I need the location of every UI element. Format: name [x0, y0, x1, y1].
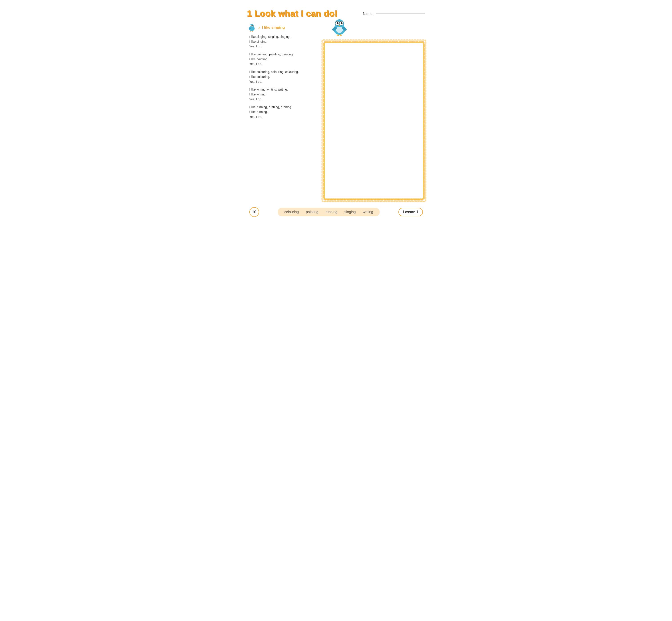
lyric-line: I like running. — [249, 110, 318, 115]
word-bank: colouring painting running singing writi… — [278, 208, 380, 216]
svg-line-8 — [250, 31, 251, 32]
lyric-line: Yes, I do. — [249, 79, 318, 84]
content-row: ♪ I like singing I like singing, singing… — [247, 23, 425, 201]
lyrics: I like singing, singing, singing. I like… — [247, 35, 318, 119]
stanza-4: I like writing, writing, writing. I like… — [249, 87, 318, 102]
lyric-line: Yes, I do. — [249, 115, 318, 120]
word-colouring: colouring — [284, 210, 299, 214]
name-label: Name: — [363, 12, 373, 16]
svg-point-20 — [336, 27, 343, 33]
name-field: Name: — [363, 12, 425, 16]
page-title: 1 Look what I can do! — [247, 9, 338, 18]
word-singing: singing — [344, 210, 356, 214]
crayon-border — [323, 41, 425, 201]
lyric-line: I like painting. — [249, 57, 318, 62]
lyric-line: I like writing. — [249, 92, 318, 97]
bird-small-icon — [247, 23, 256, 32]
lyric-line: I like colouring, colouring, colouring. — [249, 70, 318, 75]
lyric-line: I like singing, singing, singing. — [249, 35, 318, 39]
song-title: I like singing — [262, 25, 285, 30]
song-header: ♪ I like singing — [247, 23, 318, 32]
svg-rect-29 — [324, 42, 424, 199]
svg-point-17 — [342, 23, 342, 23]
bird-character-area — [323, 23, 425, 41]
stanza-5: I like running, running, running. I like… — [249, 105, 318, 119]
page-number: 10 — [249, 207, 259, 217]
page: 1 Look what I can do! Name: — [236, 0, 436, 234]
bottom-bar: 10 colouring painting running singing wr… — [247, 207, 425, 217]
right-column — [323, 23, 425, 201]
lyric-line: I like writing, writing, writing. — [249, 87, 318, 92]
svg-point-4 — [251, 25, 252, 26]
lyric-line: I like colouring. — [249, 75, 318, 79]
name-line — [376, 13, 425, 14]
stanza-2: I like painting, painting, painting. I l… — [249, 52, 318, 67]
stanza-1: I like singing, singing, singing. I like… — [249, 35, 318, 49]
svg-rect-30 — [324, 42, 424, 200]
lesson-badge: Lesson 1 — [398, 208, 423, 216]
lyric-line: I like painting, painting, painting. — [249, 52, 318, 57]
drawing-box — [323, 41, 425, 201]
word-painting: painting — [306, 210, 318, 214]
lyric-line: Yes, I do. — [249, 61, 318, 67]
left-column: ♪ I like singing I like singing, singing… — [247, 23, 323, 122]
word-running: running — [326, 210, 337, 214]
svg-point-16 — [338, 23, 338, 23]
music-note-icon: ♪ — [258, 25, 260, 30]
lyric-line: I like running, running, running. — [249, 105, 318, 110]
word-writing: writing — [363, 210, 373, 214]
lyric-line: Yes, I do. — [249, 44, 318, 49]
svg-point-5 — [252, 25, 253, 26]
bird-large-icon — [329, 16, 349, 36]
stanza-3: I like colouring, colouring, colouring. … — [249, 70, 318, 84]
lyric-line: Yes, I do. — [249, 97, 318, 102]
lyric-line: I like singing. — [249, 39, 318, 44]
